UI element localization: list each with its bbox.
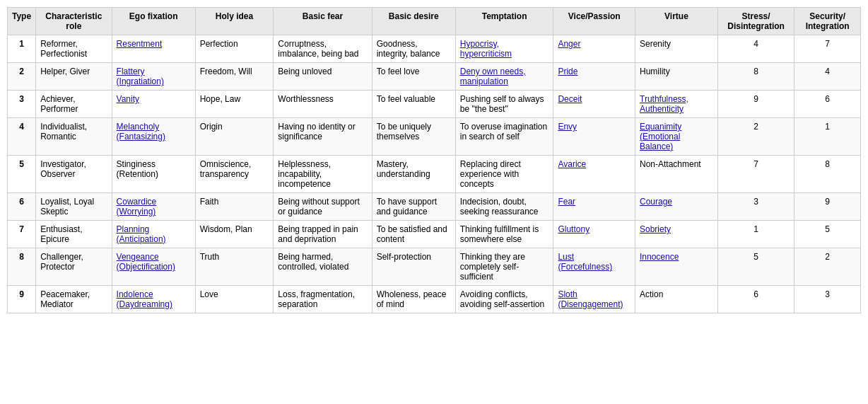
ego-link[interactable]: Cowardice (Worrying) [117, 197, 157, 217]
ego-link[interactable]: Vengeance (Objectification) [117, 252, 175, 272]
cell-vice: Sloth (Disengagement) [553, 286, 635, 313]
table-row: 1Reformer, PerfectionistResentmentPerfec… [8, 35, 861, 63]
ego-link[interactable]: Planning (Anticipation) [117, 224, 166, 244]
cell-type: 9 [8, 286, 36, 313]
ego-link[interactable]: Resentment [117, 39, 163, 49]
cell-virtue: Action [635, 286, 718, 313]
cell-integration: 8 [794, 156, 861, 193]
cell-virtue: Humility [635, 63, 718, 91]
cell-stress: 7 [717, 156, 794, 193]
cell-virtue: Serenity [635, 35, 718, 63]
cell-vice: Pride [553, 63, 635, 91]
ego-link[interactable]: Flattery (Ingratiation) [117, 67, 164, 86]
enneagram-table: Type Characteristic role Ego fixation Ho… [7, 7, 861, 313]
cell-stress: 6 [717, 286, 794, 313]
ego-link[interactable]: Vanity [117, 94, 139, 104]
cell-temptation: To overuse imagination in search of self [455, 118, 553, 156]
virtue-link[interactable]: Courage [640, 197, 672, 207]
virtue-link[interactable]: Innocence [640, 252, 679, 262]
cell-basic-fear: Being without support or guidance [274, 193, 372, 221]
vice-link[interactable]: Fear [558, 197, 575, 207]
vice-link[interactable]: Gluttony [558, 224, 590, 234]
cell-holy: Wisdom, Plan [195, 221, 274, 248]
cell-integration: 1 [794, 118, 861, 156]
table-row: 2Helper, GiverFlattery (Ingratiation)Fre… [8, 63, 861, 91]
table-row: 5Investigator, ObserverStinginess (Reten… [8, 156, 861, 193]
cell-holy: Perfection [195, 35, 274, 63]
cell-basic-desire: To feel love [372, 63, 455, 91]
cell-ego: Cowardice (Worrying) [112, 193, 195, 221]
vice-link[interactable]: Sloth (Disengagement) [558, 289, 623, 309]
cell-virtue: Sobriety [635, 221, 718, 248]
cell-ego: Stinginess (Retention) [112, 156, 195, 193]
cell-virtue: Courage [635, 193, 718, 221]
cell-holy: Omniscience, transparency [195, 156, 274, 193]
vice-link[interactable]: Pride [558, 67, 577, 76]
vice-link[interactable]: Avarice [558, 159, 586, 169]
cell-virtue: Truthfulness, Authenticity [635, 91, 718, 118]
cell-temptation: Thinking they are completely self-suffic… [455, 248, 553, 286]
table-row: 8Challenger, ProtectorVengeance (Objecti… [8, 248, 861, 286]
cell-type: 1 [8, 35, 36, 63]
cell-temptation: Thinking fulfillment is somewhere else [455, 221, 553, 248]
vice-link[interactable]: Deceit [558, 94, 582, 104]
cell-type: 6 [8, 193, 36, 221]
temptation-link[interactable]: Deny own needs, manipulation [460, 67, 526, 86]
cell-type: 3 [8, 91, 36, 118]
cell-temptation: Replacing direct experience with concept… [455, 156, 553, 193]
cell-stress: 3 [717, 193, 794, 221]
table-row: 4Individualist, RomanticMelancholy (Fant… [8, 118, 861, 156]
ego-link[interactable]: Indolence (Daydreaming) [117, 289, 172, 309]
cell-stress: 1 [717, 221, 794, 248]
cell-temptation: Deny own needs, manipulation [455, 63, 553, 91]
cell-vice: Fear [553, 193, 635, 221]
cell-temptation: Pushing self to always be "the best" [455, 91, 553, 118]
cell-role: Achiever, Performer [36, 91, 112, 118]
cell-vice: Avarice [553, 156, 635, 193]
cell-holy: Origin [195, 118, 274, 156]
cell-integration: 6 [794, 91, 861, 118]
header-desire: Basic desire [372, 8, 455, 35]
cell-holy: Truth [195, 248, 274, 286]
cell-basic-desire: To feel valuable [372, 91, 455, 118]
cell-stress: 4 [717, 35, 794, 63]
virtue-link[interactable]: Truthfulness, Authenticity [640, 94, 688, 114]
cell-basic-desire: To be uniquely themselves [372, 118, 455, 156]
cell-holy: Love [195, 286, 274, 313]
cell-basic-desire: Wholeness, peace of mind [372, 286, 455, 313]
cell-basic-desire: To have support and guidance [372, 193, 455, 221]
cell-basic-fear: Having no identity or significance [274, 118, 372, 156]
cell-ego: Vengeance (Objectification) [112, 248, 195, 286]
vice-link[interactable]: Anger [558, 39, 580, 49]
header-vice: Vice/Passion [553, 8, 635, 35]
cell-temptation: Avoiding conflicts, avoiding self-assert… [455, 286, 553, 313]
cell-basic-fear: Worthlessness [274, 91, 372, 118]
table-row: 6Loyalist, Loyal SkepticCowardice (Worry… [8, 193, 861, 221]
ego-link[interactable]: Melancholy (Fantasizing) [117, 122, 165, 142]
cell-type: 4 [8, 118, 36, 156]
cell-ego: Resentment [112, 35, 195, 63]
vice-link[interactable]: Lust (Forcefulness) [558, 252, 612, 272]
cell-stress: 2 [717, 118, 794, 156]
cell-type: 2 [8, 63, 36, 91]
header-virtue: Virtue [635, 8, 718, 35]
cell-ego: Planning (Anticipation) [112, 221, 195, 248]
cell-ego: Melancholy (Fantasizing) [112, 118, 195, 156]
cell-virtue: Non-Attachment [635, 156, 718, 193]
cell-ego: Vanity [112, 91, 195, 118]
table-row: 7Enthusiast, EpicurePlanning (Anticipati… [8, 221, 861, 248]
cell-vice: Lust (Forcefulness) [553, 248, 635, 286]
header-fear: Basic fear [274, 8, 372, 35]
virtue-link[interactable]: Equanimity (Emotional Balance) [640, 122, 681, 151]
cell-ego: Flattery (Ingratiation) [112, 63, 195, 91]
header-type: Type [8, 8, 36, 35]
cell-vice: Anger [553, 35, 635, 63]
table-row: 9Peacemaker, MediatorIndolence (Daydream… [8, 286, 861, 313]
virtue-link[interactable]: Sobriety [640, 224, 671, 234]
temptation-link[interactable]: Hypocrisy, hypercriticism [460, 39, 512, 59]
cell-role: Reformer, Perfectionist [36, 35, 112, 63]
vice-link[interactable]: Envy [558, 122, 577, 132]
cell-stress: 9 [717, 91, 794, 118]
cell-integration: 3 [794, 286, 861, 313]
cell-role: Investigator, Observer [36, 156, 112, 193]
